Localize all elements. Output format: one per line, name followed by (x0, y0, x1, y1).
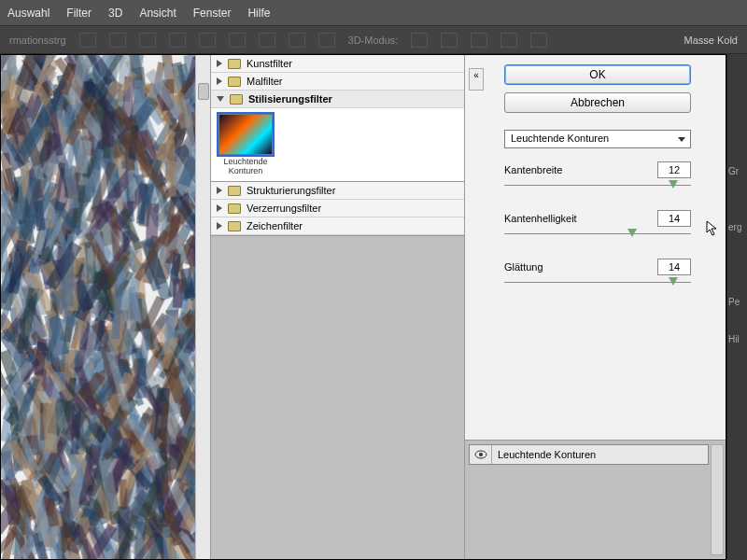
effect-row[interactable]: Leuchtende Konturen (469, 444, 709, 465)
folder-icon (228, 203, 241, 214)
param-kantenhelligkeit: Kantenhelligkeit (504, 210, 691, 238)
menu-hilfe[interactable]: Hilfe (247, 7, 270, 20)
menu-3d[interactable]: 3D (108, 7, 122, 20)
preview-canvas[interactable] (1, 55, 210, 559)
param-kantenbreite: Kantenbreite (504, 161, 691, 189)
options-label: rmationsstrg (9, 35, 66, 46)
filter-select[interactable]: Leuchtende Konturen (504, 130, 691, 148)
opt-icon[interactable] (169, 33, 186, 48)
param-label: Glättung (504, 261, 543, 273)
opt-3d-mode-label: 3D-Modus: (348, 35, 399, 46)
tree-item-strukturierungsfilter[interactable]: Strukturierungsfilter (211, 182, 464, 200)
disclosure-triangle-icon (217, 96, 224, 102)
panel-stub[interactable]: Pe (726, 297, 747, 307)
param-label: Kantenhelligkeit (504, 213, 577, 224)
right-panel-strip: Gr erg Pe Hil (726, 54, 747, 560)
menu-ansicht[interactable]: Ansicht (139, 7, 176, 20)
disclosure-triangle-icon (217, 222, 222, 230)
param-value-input[interactable] (657, 210, 691, 227)
options-bar: rmationsstrg 3D-Modus: Masse Kold (0, 26, 747, 54)
menubar: Auswahl Filter 3D Ansicht Fenster Hilfe (0, 0, 747, 26)
thumb-leuchtende-konturen[interactable]: Leuchtende Konturen (217, 114, 275, 175)
tree-label: Stilisierungsfilter (248, 93, 332, 105)
opt-icon[interactable] (79, 33, 96, 48)
tree-item-zeichenfilter[interactable]: Zeichenfilter (211, 217, 464, 235)
opt-icon[interactable] (199, 33, 216, 48)
opt-icon[interactable] (229, 33, 246, 48)
tree-label: Strukturierungsfilter (247, 185, 335, 196)
disclosure-triangle-icon (217, 77, 222, 85)
cancel-button[interactable]: Abbrechen (504, 92, 691, 113)
controls-pane: « OK Abbrechen Leuchtende Konturen Kante… (465, 55, 726, 559)
thumbnail-image (218, 114, 273, 155)
filter-tree: Kunstfilter Malfilter Stilisierungsfilte… (211, 55, 465, 559)
svg-point-1 (479, 453, 483, 456)
panel-stub[interactable]: erg (726, 222, 747, 232)
effects-scrollbar[interactable] (711, 444, 724, 555)
tree-item-malfilter[interactable]: Malfilter (211, 73, 464, 91)
ok-button[interactable]: OK (504, 64, 691, 85)
param-value-input[interactable] (657, 161, 691, 178)
opt-icon[interactable] (289, 33, 305, 48)
menu-fenster[interactable]: Fenster (193, 7, 232, 20)
tree-label: Malfilter (247, 76, 283, 87)
opt-icon[interactable] (441, 33, 458, 48)
effect-label: Leuchtende Konturen (492, 449, 596, 460)
scrollbar-thumb[interactable] (198, 83, 209, 100)
effects-list: Leuchtende Konturen (465, 440, 726, 559)
folder-icon (228, 186, 241, 196)
preview-pane (1, 55, 211, 559)
opt-icon[interactable] (109, 33, 126, 48)
opt-icon[interactable] (318, 33, 335, 48)
param-value-input[interactable] (657, 259, 691, 275)
collapse-toggle[interactable]: « (469, 68, 484, 91)
folder-icon (228, 59, 241, 69)
tree-label: Kunstfilter (247, 58, 292, 69)
filter-thumbnails: Leuchtende Konturen (211, 108, 464, 182)
tree-item-kunstfilter[interactable]: Kunstfilter (211, 55, 464, 73)
opt-icon[interactable] (471, 33, 487, 48)
slider-thumb[interactable] (669, 277, 678, 286)
tree-item-verzerrungsfilter[interactable]: Verzerrungsfilter (211, 200, 464, 217)
folder-icon (228, 77, 241, 87)
panel-stub[interactable]: Hil (726, 334, 747, 344)
menu-filter[interactable]: Filter (66, 7, 92, 20)
thumbnail-label: Leuchtende Konturen (217, 157, 275, 175)
param-slider[interactable] (504, 279, 691, 287)
opt-icon[interactable] (411, 33, 428, 48)
slider-thumb[interactable] (627, 229, 637, 237)
param-glaettung: Glättung (504, 259, 691, 287)
opt-icon[interactable] (530, 33, 547, 48)
disclosure-triangle-icon (217, 60, 222, 67)
disclosure-triangle-icon (217, 204, 222, 212)
eye-icon (474, 450, 487, 459)
param-label: Kantenbreite (504, 164, 562, 175)
preview-scrollbar[interactable] (195, 55, 210, 559)
folder-icon (230, 94, 243, 105)
tree-label: Zeichenfilter (247, 220, 303, 231)
opt-icon[interactable] (139, 33, 156, 48)
menu-auswahl[interactable]: Auswahl (7, 7, 49, 20)
param-slider[interactable] (504, 182, 691, 189)
folder-icon (228, 221, 241, 231)
opt-icon[interactable] (259, 33, 275, 48)
panel-stub[interactable]: Gr (726, 166, 747, 176)
panel-tab-label[interactable]: Masse Kold (684, 35, 738, 46)
filter-gallery-dialog: Kunstfilter Malfilter Stilisierungsfilte… (0, 54, 726, 560)
disclosure-triangle-icon (217, 187, 222, 194)
tree-label: Verzerrungsfilter (247, 203, 321, 214)
slider-thumb[interactable] (669, 180, 678, 189)
tree-item-stilisierungsfilter[interactable]: Stilisierungsfilter (211, 91, 464, 108)
param-slider[interactable] (504, 231, 691, 238)
visibility-toggle[interactable] (470, 445, 492, 464)
opt-icon[interactable] (500, 33, 517, 48)
